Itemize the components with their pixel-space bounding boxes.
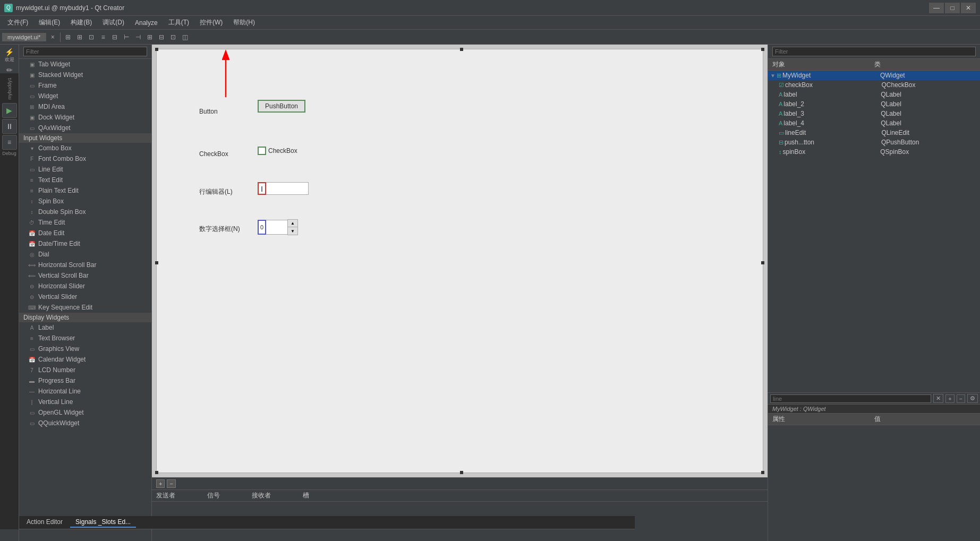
toolbar-btn-3[interactable]: ⊡ — [86, 32, 97, 42]
toolbar-btn-9[interactable]: ⊟ — [156, 32, 167, 42]
sidebar-filter-input[interactable] — [23, 47, 147, 56]
object-row-mywidget[interactable]: ▼ ⊞ MyWidget QWidget — [768, 71, 980, 80]
toolbar-btn-2[interactable]: ⊞ — [74, 32, 85, 42]
toolbar-btn-7[interactable]: ⊣ — [133, 32, 143, 42]
sidebar-item-opengl[interactable]: ▭ OpenGL Widget — [19, 407, 151, 418]
prop-clear-button[interactable]: ✕ — [933, 394, 943, 403]
sidebar-item-plain-text-edit[interactable]: ≡ Plain Text Edit — [19, 185, 151, 196]
sidebar-item-calendar[interactable]: 📅 Calendar Widget — [19, 354, 151, 365]
prop-add-button[interactable]: + — [945, 394, 954, 403]
sidebar-item-datetime-edit[interactable]: 📅 Date/Time Edit — [19, 238, 151, 249]
sidebar-item-double-spin-box[interactable]: ↕ Double Spin Box — [19, 207, 151, 217]
canvas-lineedit-widget[interactable]: | — [258, 182, 309, 195]
bottom-add-button[interactable]: + — [156, 479, 165, 488]
lineedit-body[interactable] — [266, 182, 309, 195]
spinbox-down[interactable]: ▼ — [288, 227, 297, 235]
sidebar-item-time-edit[interactable]: ⏱ Time Edit — [19, 217, 151, 228]
minimize-button[interactable]: — — [929, 3, 944, 13]
right-filter-input[interactable] — [772, 47, 976, 56]
sidebar-item-label[interactable]: A Label — [19, 322, 151, 333]
object-row-label2[interactable]: A label_2 QLabel — [768, 99, 980, 109]
sidebar-item-hslider[interactable]: ⊝ Horizontal Slider — [19, 281, 151, 291]
object-row-label3[interactable]: A label_3 QLabel — [768, 109, 980, 118]
menu-tools[interactable]: 工具(T) — [163, 17, 194, 28]
sidebar-item-progress-bar[interactable]: ▬ Progress Bar — [19, 375, 151, 386]
spinbox-up[interactable]: ▲ — [288, 220, 297, 227]
left-icon-welcome[interactable]: ⚡ 欢迎 — [1, 47, 18, 64]
sidebar-item-font-combo-box[interactable]: F Font Combo Box — [19, 153, 151, 164]
sidebar-item-qquick[interactable]: ▭ QQuickWidget — [19, 418, 151, 428]
sidebar-item-tab-widget[interactable]: ▣ Tab Widget — [19, 59, 151, 70]
date-edit-icon: 📅 — [28, 229, 36, 237]
menu-edit[interactable]: 编辑(E) — [33, 17, 65, 28]
sidebar-item-widget[interactable]: ▭ Widget — [19, 91, 151, 101]
spinbox-value[interactable] — [266, 220, 287, 235]
object-row-label4[interactable]: A label_4 QLabel — [768, 118, 980, 128]
sidebar-item-vline[interactable]: | Vertical Line — [19, 397, 151, 407]
sidebar-item-frame[interactable]: ▭ Frame — [19, 80, 151, 91]
checkbox-box[interactable] — [258, 147, 266, 155]
object-class-label4: QLabel — [881, 119, 978, 127]
object-row-lineedit[interactable]: ▭ lineEdit QLineEdit — [768, 128, 980, 138]
sidebar-item-key-sequence[interactable]: ⌨ Key Sequence Edit — [19, 302, 151, 313]
close-button[interactable]: ✕ — [961, 3, 976, 13]
toolbar-btn-11[interactable]: ◫ — [180, 32, 190, 42]
sidebar-item-hscroll[interactable]: ⟺ Horizontal Scroll Bar — [19, 260, 151, 270]
sidebar-label-lcd: LCD Number — [38, 366, 75, 374]
sidebar-item-qax-widget[interactable]: ▭ QAxWidget — [19, 123, 151, 133]
menu-file[interactable]: 文件(F) — [2, 17, 33, 28]
bottom-remove-button[interactable]: − — [167, 479, 175, 488]
canvas-spinbox-widget[interactable]: 0 ▲ ▼ — [258, 219, 298, 235]
close-tab-button[interactable]: × — [47, 32, 58, 42]
tab-action-editor[interactable]: Action Editor — [21, 517, 68, 528]
toolbar-btn-5[interactable]: ⊟ — [109, 32, 120, 42]
sidebar-item-lcd[interactable]: 7 LCD Number — [19, 365, 151, 375]
mybuddy-pause-button[interactable]: ⏸ — [2, 119, 17, 134]
sidebar-item-stacked-widget[interactable]: ▣ Stacked Widget — [19, 70, 151, 80]
object-table: ▼ ⊞ MyWidget QWidget ☑ checkBox QCheckBo… — [768, 71, 980, 392]
menu-controls[interactable]: 控件(W) — [194, 17, 228, 28]
sidebar-item-text-edit[interactable]: ≡ Text Edit — [19, 175, 151, 185]
object-inspector: 对象 类 ▼ ⊞ MyWidget QWidget ☑ checkBox QCh… — [768, 45, 980, 392]
menu-help[interactable]: 帮助(H) — [228, 17, 260, 28]
sidebar-item-date-edit[interactable]: 📅 Date Edit — [19, 228, 151, 238]
sidebar-item-hline[interactable]: — Horizontal Line — [19, 386, 151, 397]
canvas-area[interactable]: Button PushButton CheckBox CheckBox 行编辑器… — [152, 45, 768, 477]
maximize-button[interactable]: □ — [945, 3, 960, 13]
canvas-pushbutton[interactable]: PushButton — [258, 100, 305, 113]
object-row-checkbox[interactable]: ☑ checkBox QCheckBox — [768, 80, 980, 90]
sidebar-item-graphics-view[interactable]: ▭ Graphics View — [19, 344, 151, 354]
object-row-label[interactable]: A label QLabel — [768, 90, 980, 99]
canvas-inner[interactable]: Button PushButton CheckBox CheckBox 行编辑器… — [156, 49, 763, 473]
sidebar-item-vslider[interactable]: ⊝ Vertical Slider — [19, 291, 151, 302]
sidebar-item-dock-widget[interactable]: ▣ Dock Widget — [19, 112, 151, 123]
sidebar-item-dial[interactable]: ◎ Dial — [19, 249, 151, 260]
col-receiver: 接收者 — [252, 491, 271, 500]
menu-debug[interactable]: 调试(D) — [97, 17, 130, 28]
object-row-pushbutton[interactable]: ⊟ push...tton QPushButton — [768, 138, 980, 147]
toolbar-btn-8[interactable]: ⊞ — [144, 32, 155, 42]
sidebar-item-line-edit[interactable]: ▭ Line Edit — [19, 164, 151, 175]
sidebar-item-mdi-area[interactable]: ⊞ MDI Area — [19, 101, 151, 112]
prop-configure-button[interactable]: ⚙ — [967, 394, 978, 403]
canvas-checkbox-widget[interactable]: CheckBox — [258, 147, 297, 155]
toolbar-btn-4[interactable]: ≡ — [98, 32, 108, 42]
sidebar-item-vscroll[interactable]: ⟸ Vertical Scroll Bar — [19, 270, 151, 281]
toolbar-btn-6[interactable]: ⊢ — [121, 32, 132, 42]
file-tab[interactable]: mywidget.ui* — [2, 33, 46, 41]
sidebar-item-spin-box[interactable]: ↕ Spin Box — [19, 196, 151, 207]
object-row-spinbox[interactable]: ↕ spinBox QSpinBox — [768, 147, 980, 157]
expand-icon-mywidget: ▼ — [770, 73, 776, 79]
sidebar-item-combo-box[interactable]: ▾ Combo Box — [19, 143, 151, 153]
menu-build[interactable]: 构建(B) — [65, 17, 97, 28]
mybuddy-run-button[interactable]: ▶ — [2, 103, 17, 118]
menu-analyze[interactable]: Analyze — [130, 18, 163, 28]
mybuddy-settings-button[interactable]: ≡ — [2, 135, 17, 150]
toolbar-btn-10[interactable]: ⊡ — [168, 32, 178, 42]
sidebar-item-text-browser[interactable]: ≡ Text Browser — [19, 333, 151, 344]
tab-signals-slots[interactable]: Signals _Slots Ed... — [70, 517, 136, 528]
prop-filter-input[interactable] — [770, 394, 931, 403]
toolbar-btn-1[interactable]: ⊞ — [63, 32, 73, 42]
object-class-mywidget: QWidget — [880, 72, 978, 79]
prop-remove-button[interactable]: − — [957, 394, 965, 403]
